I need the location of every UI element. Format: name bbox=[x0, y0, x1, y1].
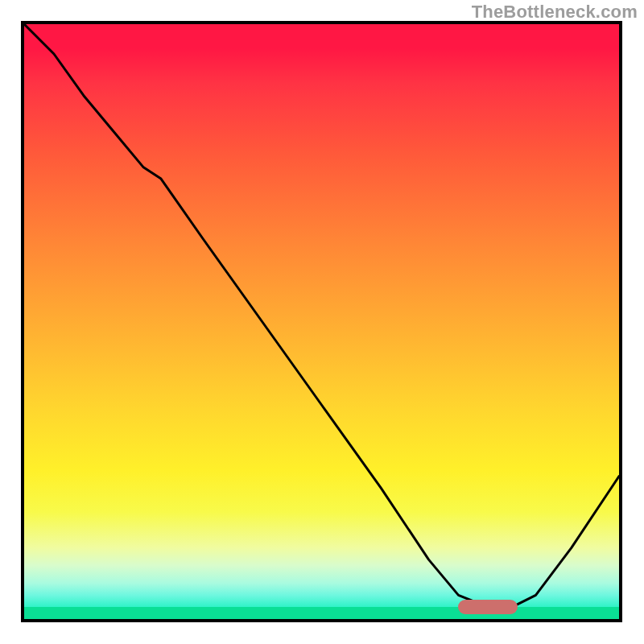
optimal-range-marker bbox=[458, 600, 518, 614]
chart-container: TheBottleneck.com bbox=[0, 0, 644, 644]
bottleneck-curve bbox=[24, 24, 619, 619]
watermark-text: TheBottleneck.com bbox=[472, 2, 638, 23]
plot-frame bbox=[21, 21, 622, 622]
